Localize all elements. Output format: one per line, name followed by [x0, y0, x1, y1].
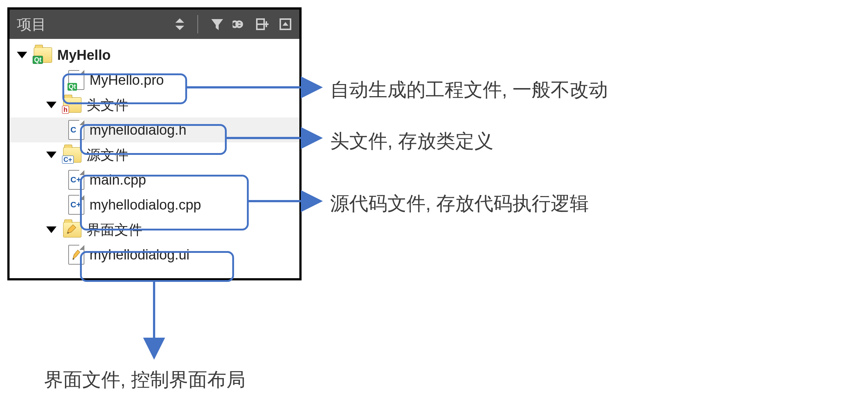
tree-file-pro[interactable]: Qt MyHello.pro: [10, 68, 299, 92]
svg-marker-2: [211, 19, 223, 30]
tree-project-root[interactable]: Qt MyHello: [10, 43, 299, 68]
header-divider: [197, 15, 198, 33]
project-name-label: MyHello: [57, 47, 111, 63]
annotation-source: 源代码文件, 存放代码执行逻辑: [330, 191, 589, 217]
pencil-icon: [66, 224, 77, 235]
main-cpp-label: main.cpp: [90, 172, 146, 188]
ui-file-icon: [68, 245, 84, 265]
cpp-file-icon: C+: [68, 195, 84, 215]
tree-file-ui[interactable]: myhellodialog.ui: [10, 242, 299, 267]
tree-folder-forms[interactable]: 界面文件: [10, 217, 299, 242]
tree-folder-headers[interactable]: h 头文件: [10, 92, 299, 117]
panel-header-icons: [172, 15, 296, 33]
tree-folder-sources[interactable]: C+ 源文件: [10, 142, 299, 167]
svg-marker-8: [282, 22, 288, 26]
pencil-icon: [71, 248, 81, 261]
sort-icon[interactable]: [172, 17, 187, 32]
tree-file-dialog-cpp[interactable]: C+ myhellodialog.cpp: [10, 192, 299, 217]
tree-file-header[interactable]: C myhellodialog.h: [10, 117, 299, 142]
cpp-file-icon: C+: [68, 170, 84, 190]
filter-icon[interactable]: [210, 17, 225, 32]
folder-icon: [63, 222, 81, 237]
svg-marker-11: [73, 250, 80, 259]
project-panel: 项目: [7, 7, 302, 280]
split-add-icon[interactable]: [255, 17, 270, 32]
project-tree: Qt MyHello Qt MyHello.pro h 头文件 C myhell…: [10, 39, 299, 278]
sources-folder-label: 源文件: [87, 146, 128, 164]
panel-header: 项目: [10, 10, 299, 39]
headers-folder-label: 头文件: [87, 96, 128, 115]
folder-icon: h: [63, 97, 81, 113]
dialog-cpp-label: myhellodialog.cpp: [90, 197, 201, 213]
ui-file-label: myhellodialog.ui: [90, 247, 190, 263]
folder-icon: C+: [63, 147, 81, 163]
pro-file-label: MyHello.pro: [90, 72, 164, 88]
tree-file-main-cpp[interactable]: C+ main.cpp: [10, 167, 299, 192]
chevron-down-icon[interactable]: [46, 152, 56, 158]
annotation-pro: 自动生成的工程文件, 一般不改动: [330, 77, 608, 103]
svg-marker-0: [175, 18, 184, 23]
pro-file-icon: Qt: [68, 70, 84, 90]
svg-marker-1: [175, 26, 184, 30]
chevron-down-icon[interactable]: [46, 226, 56, 233]
chevron-down-icon[interactable]: [17, 52, 27, 58]
forms-folder-label: 界面文件: [87, 221, 142, 239]
annotation-header: 头文件, 存放类定义: [330, 128, 493, 154]
collapse-icon[interactable]: [278, 17, 293, 32]
folder-icon: Qt: [34, 47, 52, 63]
link-icon[interactable]: [233, 17, 247, 32]
chevron-down-icon[interactable]: [46, 102, 56, 108]
panel-title: 项目: [13, 14, 172, 34]
header-file-label: myhellodialog.h: [90, 122, 186, 138]
annotation-form: 界面文件, 控制界面布局: [44, 367, 245, 393]
h-file-icon: C: [68, 120, 84, 140]
